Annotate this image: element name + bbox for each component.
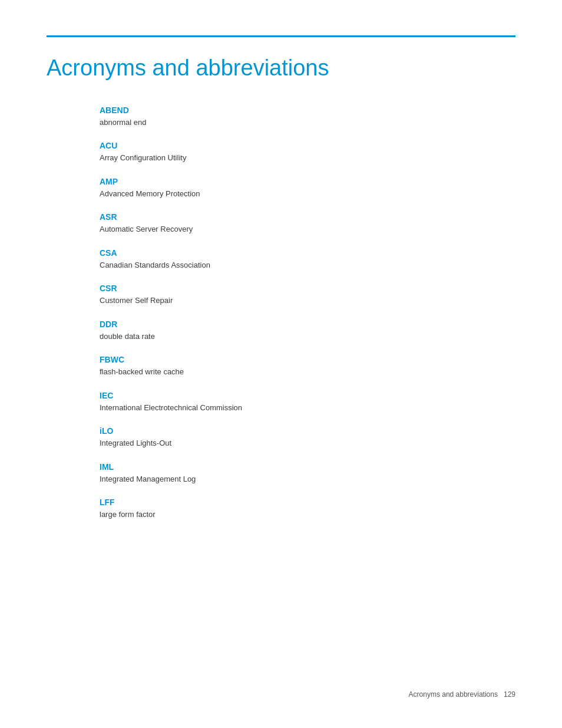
acronym-term: IML [100,462,515,472]
acronym-entry: CSRCustomer Self Repair [100,284,515,307]
top-border [47,35,515,37]
acronym-term: CSA [100,248,515,258]
acronym-entry: CSACanadian Standards Association [100,248,515,271]
acronym-term: LFF [100,498,515,507]
page-footer: Acronyms and abbreviations 129 [409,690,515,699]
acronym-entry: ABENDabnormal end [100,106,515,129]
acronym-entry: AMPAdvanced Memory Protection [100,177,515,200]
acronym-definition: Integrated Lights-Out [100,437,515,449]
acronym-entry: FBWCflash-backed write cache [100,355,515,378]
acronym-definition: large form factor [100,509,515,521]
acronym-term: AMP [100,177,515,186]
acronym-entry: ASRAutomatic Server Recovery [100,212,515,235]
acronym-definition: Array Configuration Utility [100,152,515,164]
acronym-entry: LFFlarge form factor [100,498,515,521]
acronym-definition: Automatic Server Recovery [100,223,515,235]
acronym-definition: double data rate [100,331,515,342]
acronym-list: ABENDabnormal endACUArray Configuration … [100,106,515,521]
acronym-term: ACU [100,141,515,150]
acronym-term: IEC [100,391,515,400]
acronym-term: ABEND [100,106,515,115]
acronym-entry: iLOIntegrated Lights-Out [100,426,515,449]
acronym-entry: ACUArray Configuration Utility [100,141,515,164]
footer-text: Acronyms and abbreviations [409,690,498,699]
acronym-term: DDR [100,319,515,329]
acronym-definition: International Electrotechnical Commissio… [100,402,515,414]
acronym-term: FBWC [100,355,515,364]
acronym-definition: Canadian Standards Association [100,259,515,271]
page-container: Acronyms and abbreviations ABENDabnormal… [0,0,562,728]
page-title: Acronyms and abbreviations [47,55,515,82]
acronym-definition: Customer Self Repair [100,295,515,307]
acronym-definition: flash-backed write cache [100,366,515,378]
acronym-definition: abnormal end [100,117,515,129]
footer-page-number: 129 [504,690,515,699]
acronym-term: CSR [100,284,515,293]
acronym-definition: Advanced Memory Protection [100,188,515,200]
acronym-entry: IMLIntegrated Management Log [100,462,515,485]
acronym-term: iLO [100,426,515,436]
acronym-definition: Integrated Management Log [100,473,515,485]
acronym-term: ASR [100,212,515,222]
acronym-entry: DDRdouble data rate [100,319,515,342]
acronym-entry: IECInternational Electrotechnical Commis… [100,391,515,414]
